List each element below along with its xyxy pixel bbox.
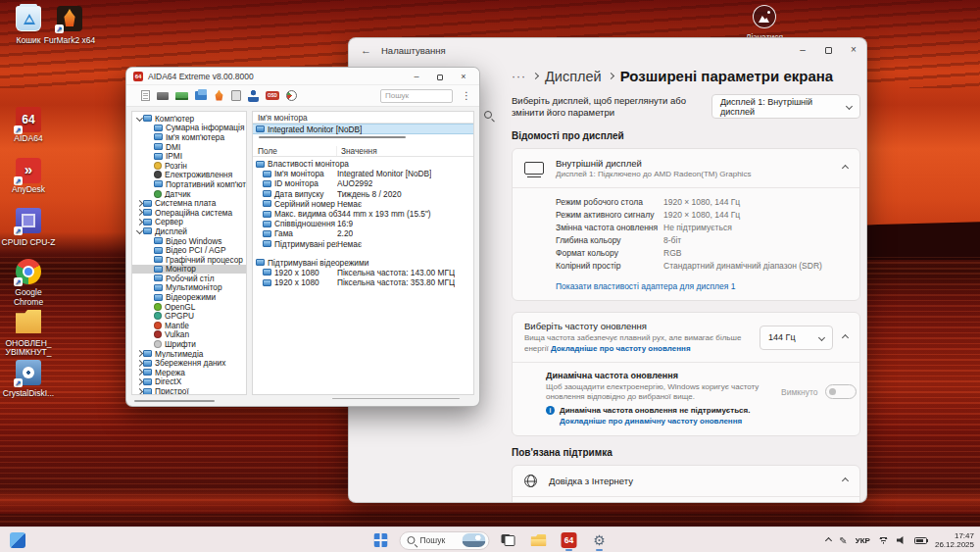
expander-icon[interactable] [135,201,143,206]
tree-item-overclock[interactable]: Розгін [132,161,246,171]
aida64-search-input[interactable] [380,89,453,103]
tree-item-motherboard[interactable]: Системна плата [132,198,246,208]
battery-icon[interactable] [914,537,927,544]
desktop-icon-aida64[interactable]: ↗AIDA64 [0,107,57,144]
table-row[interactable]: Підтримувані режими DPMSНемає [253,239,473,249]
display-info-card-header[interactable]: Внутрішній дисплей Дисплей 1: Підключено… [513,149,859,187]
wifi-icon[interactable] [878,536,889,544]
aida64-taskbar-button[interactable]: 64 [558,529,581,551]
task-view-button[interactable] [497,529,520,551]
desktop-icon-chrome[interactable]: ↗Google Chrome [0,259,57,308]
chevron-up-icon[interactable] [842,477,849,484]
burn-icon[interactable] [214,90,224,102]
tree-item-fonts[interactable]: Шрифти [132,339,246,349]
maximize-button[interactable] [428,68,452,85]
monitor-list-selected-row[interactable]: Integrated Monitor [NoDB] [253,124,473,134]
desktop-icon-furmark[interactable]: ↗FurMark2 x64 [41,6,98,45]
memory-icon[interactable] [175,92,188,100]
settings-nav-search-icon[interactable] [484,111,492,119]
desktop-icon-update-folder[interactable]: ОНОВЛЕН_ УВІМКНУТ_ [0,309,57,358]
tree-item-sensor[interactable]: Датчик [132,189,246,199]
tree-item-portable[interactable]: Портативний комп'ютер [132,179,246,189]
display-select-dropdown[interactable]: Дисплей 1: Внутрішній дисплей [711,94,860,119]
refresh-rate-learn-more-link[interactable]: Докладніше про частоту оновлення [551,344,691,353]
chevron-up-icon[interactable] [842,333,849,340]
tree-item-mantle[interactable]: Mantle [132,321,246,330]
tree-item-dmi[interactable]: DMI [132,142,246,152]
clipboard-icon[interactable] [231,90,241,101]
table-row[interactable]: Серійний номерНемає [253,199,473,209]
tree-item-video-pci-agp[interactable]: Відео PCI / AGP [132,245,246,255]
tree-item-storage[interactable]: Збереження даних [132,358,246,368]
language-indicator[interactable]: УКР [856,536,870,545]
tree-item-server[interactable]: Сервер [132,218,246,227]
minimize-button[interactable]: – [405,68,428,85]
tree-item-display[interactable]: Дисплей [132,226,246,236]
help-card-header[interactable]: Довідка з Інтернету [513,466,859,496]
maximize-button[interactable] [815,38,841,62]
settings-taskbar-button[interactable]: ⚙ [588,529,612,551]
tree-item-video-windows[interactable]: Відео Windows [132,236,246,246]
refresh-rate-dropdown[interactable]: 144 Гц [760,326,833,350]
table-row[interactable]: ID монітораAUO2992 [253,178,473,188]
tree-item-monitor[interactable]: Монітор [132,265,246,275]
close-button[interactable]: × [452,68,475,85]
close-button[interactable]: × [841,38,866,62]
expander-icon[interactable] [135,228,143,233]
expander-icon[interactable] [135,210,143,215]
tree-item-desktop[interactable]: Робочий стіл [132,274,246,283]
horizontal-scrollbar[interactable] [259,136,406,138]
expander-icon[interactable] [135,220,143,225]
gauge-icon[interactable] [286,90,297,101]
tree-item-network[interactable]: Мережа [132,368,246,377]
tree-item-power[interactable]: Електроживлення [132,171,246,180]
tree-item-multi-monitor[interactable]: Мультимонітор [132,283,246,293]
table-row[interactable]: 1920 x 1080Піксельна частота: 353.80 МГЦ [253,277,473,287]
tree-item-video-modes[interactable]: Відеорежими [132,292,246,302]
table-row[interactable]: Дата випускуТиждень 8 / 2020 [253,189,473,199]
volume-icon[interactable] [897,536,906,545]
file-explorer-button[interactable] [527,529,551,551]
breadcrumb-display[interactable]: Дисплей [545,69,602,84]
expander-icon[interactable] [135,361,143,366]
clock[interactable]: 17:47 26.12.2025 [935,531,974,550]
tree-item-devices[interactable]: Пристрої [132,386,246,395]
table-row[interactable]: Гама2.20 [253,228,473,238]
desktop-icon-anydesk[interactable]: ↗AnyDesk [0,158,57,195]
expander-icon[interactable] [135,351,143,356]
dynamic-refresh-learn-more-link[interactable]: Докладніше про динамічну частоту оновлен… [560,417,750,426]
benchmark-icon[interactable] [248,90,259,102]
table-group-row[interactable]: Властивості монітора [253,159,473,169]
field-column-header[interactable]: Поле [253,146,337,156]
expander-icon[interactable] [135,389,143,394]
tree-item-gpgpu[interactable]: GPGPU [132,311,246,321]
table-row[interactable]: Макс. видима область екр...344 mm x 193 … [253,209,473,219]
report-icon[interactable] [141,90,150,101]
tree-item-os[interactable]: Операційна система [132,208,246,218]
system-icon[interactable] [157,92,169,100]
desktop-icon-cpu-z[interactable]: ↗CPUID CPU-Z [0,208,57,247]
tree-item-computer[interactable]: Комп'ютер [132,114,246,124]
tree-item-vulkan[interactable]: Vulkan [132,330,246,340]
table-row[interactable]: Ім'я монітораIntegrated Monitor [NoDB] [253,169,473,178]
tree-item-computer-name[interactable]: Ім'я комп'ютера [132,132,246,142]
devices-icon[interactable] [195,91,207,100]
tree-item-ipmi[interactable]: IPMI [132,151,246,161]
expander-icon[interactable] [135,370,143,375]
expander-icon[interactable] [135,116,143,121]
panel-horizontal-scrollbar[interactable] [332,398,460,400]
tree-horizontal-scrollbar[interactable] [134,400,215,402]
widgets-icon[interactable] [10,532,25,548]
tree-item-gpu[interactable]: Графічний процесор [132,255,246,265]
pen-icon[interactable]: ✎ [839,535,847,546]
taskbar-search[interactable]: Пошук [400,529,490,551]
desktop-icon-crystaldiskinfo[interactable]: ↗CrystalDiskI... [0,360,57,399]
chevron-up-icon[interactable] [842,165,849,172]
dynamic-refresh-toggle[interactable] [825,384,857,399]
table-group-row[interactable]: Підтримувані відеорежими [253,258,473,268]
back-arrow-icon[interactable]: ← [361,44,371,56]
expander-icon[interactable] [135,379,143,384]
tree-item-multimedia[interactable]: Мультимедіа [132,349,246,359]
minimize-button[interactable]: – [790,38,815,62]
value-column-header[interactable]: Значення [337,146,377,156]
